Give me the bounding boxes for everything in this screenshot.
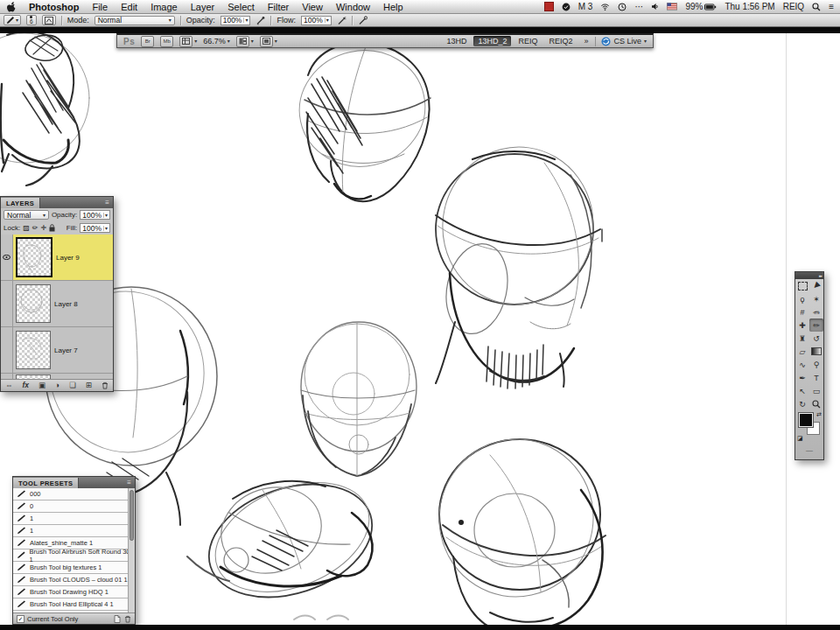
layer-row-8[interactable]: Layer 8 [1,281,113,327]
menu-image[interactable]: Image [150,2,178,12]
preset-item[interactable]: Brush Tool big textures 1 [13,562,135,574]
pen-tool[interactable]: ✒ [795,371,809,384]
layer-style-icon[interactable]: fx [23,382,30,389]
swap-colors-icon[interactable]: ⇄ [816,411,822,418]
workspace-13hd2-active[interactable]: 13HD_2 [473,36,511,46]
menu-filter[interactable]: Filter [268,2,289,12]
clock-menu-icon[interactable] [618,3,626,11]
visibility-toggle[interactable] [1,281,13,326]
preset-item[interactable]: 1 [13,525,135,537]
blend-mode-select[interactable]: Normal ▾ [94,16,175,25]
zoom-level-control[interactable]: 66.7% ▾ [203,37,230,46]
scrub-arrow-icon[interactable]: ▾ [103,213,108,218]
gradient-tool[interactable] [809,345,823,358]
lock-all-icon[interactable] [49,224,55,232]
menu-window[interactable]: Window [336,2,370,12]
brush-preset-picker[interactable]: 6 [26,15,37,25]
layer-thumbnail[interactable] [16,237,52,277]
lock-transparency-icon[interactable]: ▨ [23,224,30,232]
move-tool[interactable]: ▶ [809,279,823,292]
wifi-icon[interactable] [600,3,610,10]
layer-opacity-input[interactable]: 100% ▾ [80,210,110,220]
crop-tool[interactable]: # [795,305,809,318]
layer-row-9[interactable]: Layer 9 [1,234,113,281]
layer-blend-mode-select[interactable]: Normal ▾ [4,210,49,220]
foreground-color-swatch[interactable] [799,413,813,427]
airbrush-toggle-icon[interactable] [337,16,346,25]
presets-scrollbar[interactable] [128,488,135,612]
scrub-arrow-icon[interactable]: ▾ [243,18,248,23]
menu-layer[interactable]: Layer [191,2,215,12]
clone-stamp-tool[interactable]: ♜ [795,332,809,345]
lasso-tool[interactable]: ϙ [795,292,809,305]
view-extras-button[interactable]: ▾ [179,36,197,47]
visibility-toggle[interactable] [1,327,13,373]
eyedropper-tool[interactable]: ✎ [809,305,823,318]
brush-tool-selected[interactable]: ✏ [809,318,823,332]
pressure-size-icon[interactable] [358,16,368,25]
scrub-arrow-icon[interactable]: ▾ [325,18,329,23]
new-layer-icon[interactable]: ⊞ [86,382,92,389]
workspace-13hd[interactable]: 13HD [442,36,471,46]
app-extra-icon[interactable]: M 3 [578,2,593,11]
current-tool-only-checkbox[interactable]: ✓ [17,615,24,623]
shape-tool[interactable]: ▭ [809,384,823,397]
menu-select[interactable]: Select [228,2,255,12]
preset-item[interactable]: Brush Tool CLOUDS – cloud 01 1 [13,574,135,586]
chat-status-icon[interactable] [562,3,570,11]
eraser-tool[interactable]: ▱ [795,345,809,358]
tool-presets-tab[interactable]: TOOL PRESETS [13,478,79,488]
menu-clock-text[interactable]: Thu 1:56 PM [724,2,774,11]
preset-item[interactable]: Brush Tool Airbrush Soft Round 300 1 [13,550,135,562]
type-tool[interactable]: T [809,371,823,384]
smudge-tool[interactable]: ∿ [795,358,809,371]
tool-preset-picker[interactable]: ▾ [4,15,21,25]
new-preset-icon[interactable] [114,615,121,623]
cs-live-button[interactable]: CS Live ▾ [595,37,647,46]
zoom-tool[interactable] [809,397,823,410]
screen-mode-button[interactable]: ▾ [260,36,277,47]
panel-menu-icon[interactable]: ≡ [105,200,113,206]
keyboard-flag-icon[interactable] [667,3,677,10]
menu-help[interactable]: Help [383,2,403,12]
layer-row-7[interactable]: Layer 7 [1,327,113,374]
opacity-input[interactable]: 100% ▾ [220,16,251,25]
preset-item[interactable]: 000 [13,488,135,500]
panel-menu-icon[interactable]: ≡ [127,480,135,486]
preset-item[interactable]: Brush Tool Hard Elliptical 4 1 [13,598,135,611]
layer-thumbnail[interactable] [16,284,51,323]
arrange-documents-button[interactable]: ▾ [236,36,254,47]
lock-pixels-icon[interactable]: ✏ [32,224,38,232]
layer-name[interactable]: Layer 7 [54,346,78,354]
scrollbar-thumb[interactable] [130,490,134,541]
menu-edit[interactable]: Edit [121,2,137,12]
dots-menu-icon[interactable]: ⋯ [634,2,643,11]
menu-extra-app[interactable]: REIQ [783,2,804,11]
layer-name[interactable]: Layer 9 [56,254,80,262]
layers-tab[interactable]: LAYERS [1,198,40,208]
record-indicator-icon[interactable] [544,2,554,11]
lock-position-icon[interactable]: ✛ [40,224,46,232]
delete-preset-icon[interactable] [124,615,131,623]
layer-thumbnail[interactable] [16,331,51,369]
new-group-icon[interactable]: ❏ [69,382,76,389]
tools-panel-header[interactable]: ▸▸ [795,272,823,279]
rect-marquee-tool[interactable] [795,279,809,292]
workspace-reiq[interactable]: REIQ [514,36,542,46]
apple-menu-icon[interactable] [6,1,16,12]
volume-icon[interactable] [651,3,659,10]
menu-photoshop[interactable]: Photoshop [29,2,79,12]
layer-name[interactable]: Layer 8 [54,300,78,308]
menu-file[interactable]: File [92,2,108,12]
launch-minibridge-button[interactable]: Mb [160,36,173,47]
rotate-view-tool[interactable]: ↻ [795,397,809,410]
battery-status[interactable]: 99% [685,2,717,11]
default-colors-icon[interactable]: ◪ [797,435,803,442]
delete-layer-icon[interactable] [102,382,108,389]
launch-bridge-button[interactable]: Br [141,36,154,47]
quick-selection-tool[interactable]: ✶ [809,292,823,305]
dodge-tool[interactable]: ⚲ [809,358,823,371]
healing-brush-tool[interactable]: ✚ [795,318,809,332]
add-mask-icon[interactable]: ▣ [38,382,46,389]
preset-item[interactable]: 0 [13,500,135,513]
